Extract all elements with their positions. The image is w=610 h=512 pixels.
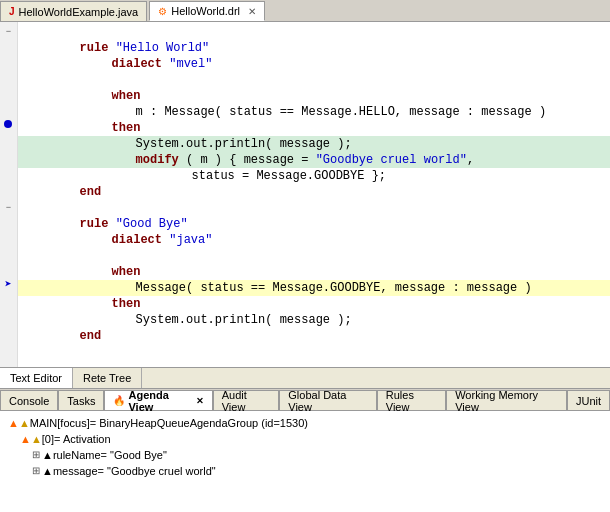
drl-file-icon: ⚙ (158, 6, 167, 17)
editor-tabs-bar: Text Editor Rete Tree (0, 367, 610, 389)
code-line-15: when (18, 248, 610, 264)
text-editor-tab[interactable]: Text Editor (0, 368, 73, 388)
rulename-label: ruleName= "Good Bye" (53, 447, 167, 463)
message-expand-icon[interactable]: ⊞ (32, 463, 40, 479)
gutter-10 (4, 168, 14, 184)
gutter-11 (4, 184, 14, 200)
agenda-close-icon[interactable]: ✕ (196, 396, 204, 406)
gutter-5 (4, 88, 14, 104)
line-gutter: − − (0, 22, 18, 367)
rete-tree-tab[interactable]: Rete Tree (73, 368, 142, 388)
gutter-14 (4, 232, 14, 248)
console-tab-wm-label: Working Memory View (455, 389, 558, 413)
agenda-root-label: MAIN[focus]= BinaryHeapQueueAgendaGroup … (30, 415, 308, 431)
gutter-18 (4, 296, 14, 312)
root-expand-icon[interactable]: ▲ (8, 415, 19, 431)
console-tab-tasks-label: Tasks (67, 395, 95, 407)
message-warning-icon: ▲ (42, 463, 53, 479)
tab-close-icon[interactable]: ✕ (248, 6, 256, 17)
message-label: message= "Goodbye cruel world" (53, 463, 216, 479)
tab-java[interactable]: J HelloWorldExample.java (0, 1, 147, 21)
console-tab-wm[interactable]: Working Memory View (446, 390, 567, 410)
rete-tree-tab-label: Rete Tree (83, 372, 131, 384)
console-tab-agenda-label: Agenda View (128, 389, 190, 413)
code-line-4: when (18, 72, 610, 88)
gutter-4 (4, 72, 14, 88)
console-content: ▲ ▲ MAIN[focus]= BinaryHeapQueueAgendaGr… (0, 411, 610, 512)
gutter-3 (4, 56, 14, 72)
rulename-warning-icon: ▲ (42, 447, 53, 463)
rulename-row: ⊞ ▲ ruleName= "Good Bye" (4, 447, 606, 463)
activation-expand-icon[interactable]: ▲ (20, 431, 31, 447)
fire-icon: 🔥 (113, 395, 125, 406)
tab-drl[interactable]: ⚙ HelloWorld.drl ✕ (149, 1, 265, 21)
console-tab-rules[interactable]: Rules View (377, 390, 446, 410)
code-line-12: rule "Good Bye" (18, 200, 610, 216)
tab-java-label: HelloWorldExample.java (19, 6, 139, 18)
activation-warning-icon: ▲ (31, 431, 42, 447)
activation-label: [0]= Activation (42, 431, 111, 447)
gutter-19 (4, 312, 14, 328)
console-tabs-bar: Console Tasks 🔥 Agenda View ✕ Audit View… (0, 389, 610, 411)
console-tab-junit-label: JUnit (576, 395, 601, 407)
console-tab-console[interactable]: Console (0, 390, 58, 410)
tab-bar: J HelloWorldExample.java ⚙ HelloWorld.dr… (0, 0, 610, 22)
console-tab-audit-label: Audit View (222, 389, 271, 413)
activation-row: ▲ ▲ [0]= Activation (4, 431, 606, 447)
message-row: ⊞ ▲ message= "Goodbye cruel world" (4, 463, 606, 479)
gutter-8 (4, 136, 14, 152)
gutter-13 (4, 216, 14, 232)
gutter-15 (4, 248, 14, 264)
execution-arrow: ➤ (2, 278, 14, 290)
agenda-root-row: ▲ ▲ MAIN[focus]= BinaryHeapQueueAgendaGr… (4, 415, 606, 431)
console-tab-tasks[interactable]: Tasks (58, 390, 104, 410)
console-tab-rules-label: Rules View (386, 389, 437, 413)
app-container: J HelloWorldExample.java ⚙ HelloWorld.dr… (0, 0, 610, 512)
code-line-11 (18, 184, 610, 200)
editor-area: ➤ − − rule "Hello (0, 22, 610, 367)
console-tab-global-label: Global Data View (288, 389, 368, 413)
rulename-expand-icon[interactable]: ⊞ (32, 447, 40, 463)
code-content[interactable]: rule "Hello World" dialect "mvel" when m… (18, 22, 610, 367)
code-line-1: rule "Hello World" (18, 24, 610, 40)
breakpoint-marker (2, 118, 14, 130)
gutter-1: − (4, 24, 14, 40)
gutter-2 (4, 40, 14, 56)
console-tab-console-label: Console (9, 395, 49, 407)
console-tab-junit[interactable]: JUnit (567, 390, 610, 410)
java-file-icon: J (9, 6, 15, 17)
gutter-12: − (4, 200, 14, 216)
text-editor-tab-label: Text Editor (10, 372, 62, 384)
tab-drl-label: HelloWorld.drl (171, 5, 240, 17)
gutter-9 (4, 152, 14, 168)
console-tab-global[interactable]: Global Data View (279, 390, 377, 410)
root-warning-icon: ▲ (19, 415, 30, 431)
console-tab-audit[interactable]: Audit View (213, 390, 280, 410)
console-tab-agenda[interactable]: 🔥 Agenda View ✕ (104, 390, 212, 410)
